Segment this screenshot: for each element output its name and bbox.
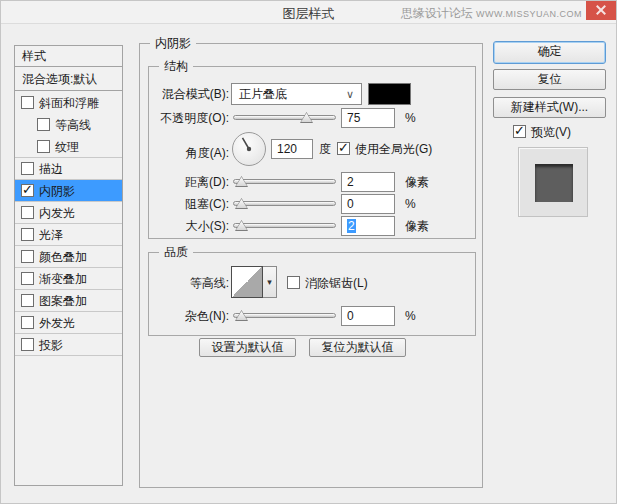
sidebar-item-label: 外发光 (39, 316, 75, 330)
size-row: 大小(S): 2 像素 (149, 215, 475, 237)
sidebar-item-gradient-overlay[interactable]: 渐变叠加 (15, 268, 122, 290)
sidebar-item-stroke[interactable]: 描边 (15, 158, 122, 180)
choke-slider[interactable] (233, 201, 336, 206)
distance-input[interactable]: 2 (341, 172, 395, 192)
blend-mode-row: 混合模式(B): 正片叠底 ∨ (149, 83, 475, 105)
contour-picker[interactable] (231, 266, 263, 298)
angle-dial[interactable] (231, 131, 267, 167)
set-default-button[interactable]: 设置为默认值 (199, 338, 296, 357)
contour-dropdown-arrow[interactable]: ▾ (263, 266, 277, 298)
satin-checkbox[interactable] (21, 228, 34, 241)
inner-shadow-panel: 内阴影 结构 混合模式(B): 正片叠底 ∨ 不透明度(O): 75 % (139, 43, 483, 488)
structure-legend: 结构 (159, 59, 193, 74)
global-light-label: 使用全局光(G) (355, 141, 432, 158)
preview-thumbnail (518, 147, 588, 217)
sidebar-item-inner-glow[interactable]: 内发光 (15, 202, 122, 224)
sidebar-item-satin[interactable]: 光泽 (15, 224, 122, 246)
opacity-input[interactable]: 75 (341, 108, 395, 128)
styles-header: 样式 (14, 45, 123, 67)
angle-label: 角度(A): (133, 142, 229, 164)
sidebar-item-bevel-emboss[interactable]: 斜面和浮雕 (15, 92, 122, 114)
choke-unit: % (405, 193, 416, 215)
choke-label: 阻塞(C): (133, 193, 229, 215)
sidebar-item-label: 光泽 (39, 228, 63, 242)
distance-slider[interactable] (233, 179, 336, 184)
quality-group: 品质 等高线: ▾ 消除锯齿(L) 杂色(N): 0 % (148, 252, 476, 336)
watermark-site: 思缘设计论坛 (401, 6, 473, 20)
sidebar-item-drop-shadow[interactable]: 投影 (15, 334, 122, 356)
inner-glow-checkbox[interactable] (21, 206, 34, 219)
watermark: 思缘设计论坛 WWW.MISSYUAN.COM (401, 5, 582, 22)
pattern-overlay-checkbox[interactable] (21, 294, 34, 307)
contour-checkbox[interactable] (37, 118, 50, 131)
sidebar-item-label: 纹理 (55, 140, 79, 154)
watermark-url: WWW.MISSYUAN.COM (476, 9, 582, 19)
texture-checkbox[interactable] (37, 140, 50, 153)
inner-shadow-checkbox[interactable]: ✓ (21, 184, 34, 197)
drop-shadow-checkbox[interactable] (21, 338, 34, 351)
size-input[interactable]: 2 (341, 216, 395, 236)
angle-dial-icon (231, 131, 267, 167)
choke-row: 阻塞(C): 0 % (149, 193, 475, 215)
noise-row: 杂色(N): 0 % (149, 305, 475, 327)
opacity-slider-thumb[interactable] (300, 112, 313, 123)
sidebar-item-label: 描边 (39, 162, 63, 176)
choke-input[interactable]: 0 (341, 194, 395, 214)
size-unit: 像素 (405, 215, 429, 237)
anti-alias-label: 消除锯齿(L) (305, 275, 368, 292)
blending-options-item[interactable]: 混合选项:默认 (14, 66, 123, 91)
blend-mode-label: 混合模式(B): (133, 83, 229, 105)
sidebar-item-label: 等高线 (55, 118, 91, 132)
reset-button[interactable]: 复位 (493, 69, 606, 90)
anti-alias-checkbox[interactable] (287, 276, 300, 289)
close-button[interactable] (586, 1, 616, 20)
bevel-emboss-checkbox[interactable] (21, 96, 34, 109)
reset-default-button[interactable]: 复位为默认值 (309, 338, 406, 357)
size-slider[interactable] (233, 223, 336, 228)
sidebar-item-label: 渐变叠加 (39, 272, 87, 286)
layer-style-dialog: 图层样式 思缘设计论坛 WWW.MISSYUAN.COM 样式 混合选项:默认 … (0, 0, 617, 504)
size-label: 大小(S): (133, 215, 229, 237)
panel-legend: 内阴影 (150, 36, 196, 51)
sidebar-item-label: 斜面和浮雕 (39, 96, 99, 110)
noise-input[interactable]: 0 (341, 306, 395, 326)
opacity-row: 不透明度(O): 75 % (149, 107, 475, 129)
sidebar-item-color-overlay[interactable]: 颜色叠加 (15, 246, 122, 268)
sidebar-item-label: 内阴影 (39, 184, 75, 198)
angle-input[interactable]: 120 (271, 139, 313, 159)
sidebar-item-contour[interactable]: 等高线 (15, 114, 122, 136)
preview-label: 预览(V) (531, 124, 571, 141)
sidebar-item-label: 图案叠加 (39, 294, 87, 308)
sidebar-item-texture[interactable]: 纹理 (15, 136, 122, 158)
blend-mode-select[interactable]: 正片叠底 ∨ (231, 83, 362, 105)
shadow-color-swatch[interactable] (368, 83, 411, 105)
arrow-down-icon: ▾ (267, 277, 272, 287)
quality-legend: 品质 (159, 245, 193, 260)
sidebar-item-label: 内发光 (39, 206, 75, 220)
new-style-button[interactable]: 新建样式(W)... (493, 97, 606, 118)
global-light-checkbox[interactable]: ✓ (337, 142, 350, 155)
structure-group: 结构 混合模式(B): 正片叠底 ∨ 不透明度(O): 75 % 角度(A): (148, 66, 476, 239)
title-bar: 图层样式 思缘设计论坛 WWW.MISSYUAN.COM (1, 1, 616, 24)
stroke-checkbox[interactable] (21, 162, 34, 175)
sidebar-item-inner-shadow[interactable]: ✓ 内阴影 (15, 180, 122, 202)
distance-row: 距离(D): 2 像素 (149, 171, 475, 193)
opacity-slider[interactable] (233, 115, 336, 120)
ok-button[interactable]: 确定 (493, 41, 606, 64)
chevron-down-icon: ∨ (346, 84, 354, 104)
noise-slider[interactable] (233, 313, 336, 318)
noise-slider-thumb[interactable] (235, 310, 248, 321)
preview-checkbox[interactable]: ✓ (513, 125, 526, 138)
size-slider-thumb[interactable] (235, 220, 248, 231)
color-overlay-checkbox[interactable] (21, 250, 34, 263)
opacity-label: 不透明度(O): (133, 107, 229, 129)
distance-slider-thumb[interactable] (235, 176, 248, 187)
sidebar-item-pattern-overlay[interactable]: 图案叠加 (15, 290, 122, 312)
gradient-overlay-checkbox[interactable] (21, 272, 34, 285)
styles-list: 斜面和浮雕 等高线 纹理 描边 ✓ 内阴影 内发光 光泽 颜色叠加 (14, 90, 123, 486)
choke-slider-thumb[interactable] (235, 198, 248, 209)
sidebar-item-label: 颜色叠加 (39, 250, 87, 264)
sidebar-item-outer-glow[interactable]: 外发光 (15, 312, 122, 334)
distance-label: 距离(D): (133, 171, 229, 193)
outer-glow-checkbox[interactable] (21, 316, 34, 329)
